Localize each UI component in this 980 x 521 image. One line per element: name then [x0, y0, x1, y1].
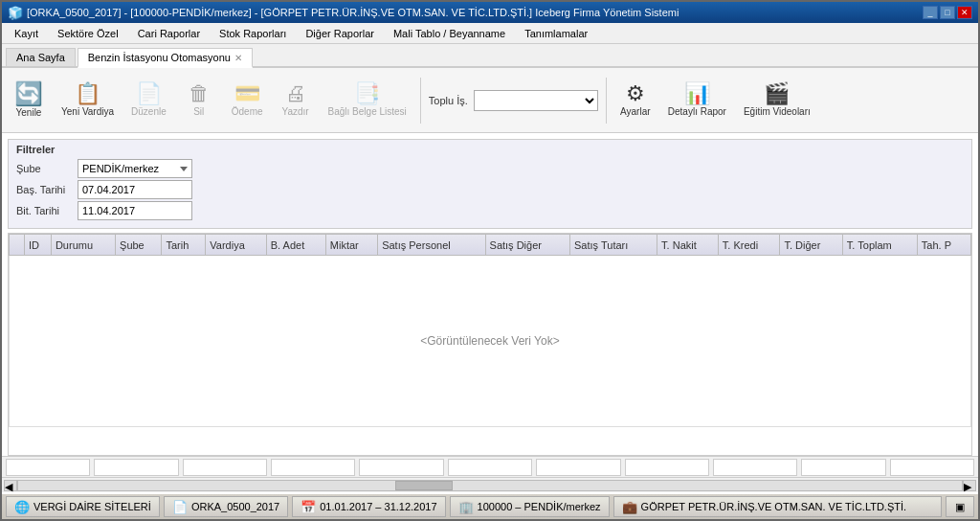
duzenle-label: Düzenle	[131, 106, 167, 117]
menu-mali-tablo[interactable]: Mali Tablo / Beyanname	[385, 25, 514, 42]
status-item-1	[6, 459, 90, 476]
egitim-videolari-label: Eğitim Videoları	[744, 106, 811, 117]
date-range-label: 01.01.2017 – 31.12.2017	[320, 501, 436, 512]
taskbar-branch[interactable]: 🏢 100000 – PENDİK/merkez	[450, 496, 610, 517]
yazdir-button[interactable]: 🖨 Yazdır	[275, 74, 317, 127]
col-durumu: Durumu	[51, 235, 115, 256]
title-bar-controls: _ □ ✕	[923, 6, 972, 19]
tab-bar: Ana Sayfa Benzin İstasyonu Otomasyonu ✕	[2, 44, 978, 68]
content-area: 🔄 Yenile 📋 Yeni Vardiya 📄 Düzenle 🗑 Sil …	[2, 68, 978, 492]
col-tarih: Tarih	[162, 235, 206, 256]
filter-bas-tarihi-input[interactable]	[78, 180, 192, 199]
empty-message: <Görüntülenecek Veri Yok>	[10, 256, 971, 427]
status-item-7	[536, 459, 620, 476]
taskbar-orka-code[interactable]: 📄 ORKA_0500_2017	[164, 496, 288, 517]
menu-tanimlamalar[interactable]: Tanımlamalar	[516, 25, 596, 42]
yeni-vardiya-button[interactable]: 📋 Yeni Vardiya	[56, 74, 120, 127]
filters-title: Filtreler	[16, 144, 964, 155]
bagli-belge-button[interactable]: 📑 Bağlı Belge Listesi	[323, 74, 412, 127]
grid-wrapper[interactable]: ID Durumu Şube Tarih Vardiya B. Adet Mik…	[8, 233, 972, 456]
h-scrollbar-thumb[interactable]	[395, 481, 453, 490]
branch-icon: 🏢	[458, 500, 474, 514]
ayarlar-button[interactable]: ⚙ Ayarlar	[614, 74, 657, 127]
col-sube: Şube	[116, 235, 162, 256]
sil-label: Sil	[193, 106, 204, 117]
menu-sektore-ozel[interactable]: Sektöre Özel	[49, 25, 127, 42]
taskbar: 🌐 VERGİ DAİRE SİTELERİ 📄 ORKA_0500_2017 …	[2, 492, 978, 519]
menu-cari-raporlar[interactable]: Cari Raporlar	[129, 25, 209, 42]
scroll-left-button[interactable]: ◀	[4, 480, 17, 491]
tab-benzin-istasyonu[interactable]: Benzin İstasyonu Otomasyonu ✕	[78, 48, 253, 68]
orka-code-label: ORKA_0500_2017	[191, 501, 279, 512]
menu-diger-raporlar[interactable]: Diğer Raporlar	[297, 25, 383, 42]
col-id: ID	[25, 235, 52, 256]
filter-sube-row: Şube PENDİK/merkez	[16, 159, 964, 178]
status-item-3	[183, 459, 267, 476]
odeme-button[interactable]: 💳 Ödeme	[226, 74, 269, 127]
filters-section: Filtreler Şube PENDİK/merkez Baş. Tarihi…	[8, 139, 972, 229]
bagli-belge-label: Bağlı Belge Listesi	[328, 106, 407, 117]
tab-ana-sayfa[interactable]: Ana Sayfa	[6, 48, 76, 66]
filter-bas-tarihi-label: Baş. Tarihi	[16, 184, 74, 195]
taskbar-date-range[interactable]: 📅 01.01.2017 – 31.12.2017	[292, 496, 445, 517]
menu-stok-raporlar[interactable]: Stok Raporları	[211, 25, 295, 42]
filter-bas-tarihi-row: Baş. Tarihi	[16, 180, 964, 199]
grid-header-row: ID Durumu Şube Tarih Vardiya B. Adet Mik…	[10, 235, 971, 256]
taskbar-company[interactable]: 💼 GÖRPET PETR.ÜR.İNŞ.VE OTM.SAN. VE TİC.…	[613, 496, 942, 517]
h-scrollbar[interactable]	[17, 480, 963, 491]
bagli-belge-icon: 📑	[354, 83, 380, 104]
filter-bit-tarihi-input[interactable]	[78, 201, 192, 220]
filter-bit-tarihi-label: Bit. Tarihi	[16, 205, 74, 216]
detayli-rapor-button[interactable]: 📊 Detaylı Rapor	[662, 74, 732, 127]
col-satis-personel: Satış Personel	[378, 235, 485, 256]
yenile-button[interactable]: 🔄 Yenile	[8, 74, 50, 127]
status-item-5	[359, 459, 443, 476]
col-satis-diger: Satış Diğer	[485, 235, 569, 256]
odeme-label: Ödeme	[232, 106, 263, 117]
menu-bar: Kayıt Sektöre Özel Cari Raporlar Stok Ra…	[2, 23, 978, 44]
ayarlar-icon: ⚙	[626, 83, 645, 104]
ayarlar-label: Ayarlar	[620, 106, 651, 117]
close-button[interactable]: ✕	[957, 6, 972, 19]
window-icon: ▣	[955, 501, 965, 513]
status-item-9	[713, 459, 797, 476]
col-b-adet: B. Adet	[266, 235, 325, 256]
odeme-icon: 💳	[234, 83, 260, 104]
tab-benzin-istasyonu-label: Benzin İstasyonu Otomasyonu	[88, 52, 231, 63]
detayli-rapor-label: Detaylı Rapor	[668, 106, 726, 117]
scrollbar-area: ◀ ▶	[2, 477, 978, 492]
yenile-label: Yenile	[16, 107, 42, 118]
status-item-2	[94, 459, 178, 476]
duzenle-button[interactable]: 📄 Düzenle	[125, 74, 172, 127]
col-indicator	[10, 235, 25, 256]
yazdir-icon: 🖨	[285, 83, 306, 104]
col-vardiya: Vardiya	[206, 235, 266, 256]
empty-row: <Görüntülenecek Veri Yok>	[10, 256, 971, 427]
tab-close-icon[interactable]: ✕	[234, 53, 242, 63]
orka-code-icon: 📄	[172, 500, 188, 514]
title-bar: 🧊 [ORKA_0500_2017] - [100000-PENDİK/merk…	[2, 2, 978, 23]
app-window: 🧊 [ORKA_0500_2017] - [100000-PENDİK/merk…	[0, 0, 980, 521]
toplu-is-select[interactable]	[474, 90, 598, 111]
branch-label: 100000 – PENDİK/merkez	[478, 501, 601, 512]
scroll-right-button[interactable]: ▶	[963, 480, 976, 491]
yazdir-label: Yazdır	[281, 106, 308, 117]
status-item-6	[448, 459, 532, 476]
taskbar-window-control[interactable]: ▣	[946, 496, 974, 517]
maximize-button[interactable]: □	[940, 6, 955, 19]
app-icon: 🧊	[8, 6, 23, 20]
yeni-vardiya-icon: 📋	[75, 83, 100, 104]
minimize-button[interactable]: _	[923, 6, 938, 19]
title-bar-left: 🧊 [ORKA_0500_2017] - [100000-PENDİK/merk…	[8, 6, 679, 20]
separator-1	[420, 78, 421, 124]
status-footer	[2, 456, 978, 477]
taskbar-vergi-daire[interactable]: 🌐 VERGİ DAİRE SİTELERİ	[6, 496, 160, 517]
menu-kayit[interactable]: Kayıt	[6, 25, 47, 42]
egitim-videolari-button[interactable]: 🎬 Eğitim Videoları	[738, 74, 816, 127]
filter-sube-select[interactable]: PENDİK/merkez	[78, 159, 192, 178]
company-icon: 💼	[622, 500, 637, 514]
sil-button[interactable]: 🗑 Sil	[178, 74, 220, 127]
col-t-toplam: T. Toplam	[842, 235, 917, 256]
filter-bit-tarihi-row: Bit. Tarihi	[16, 201, 964, 220]
col-t-kredi: T. Kredi	[718, 235, 780, 256]
